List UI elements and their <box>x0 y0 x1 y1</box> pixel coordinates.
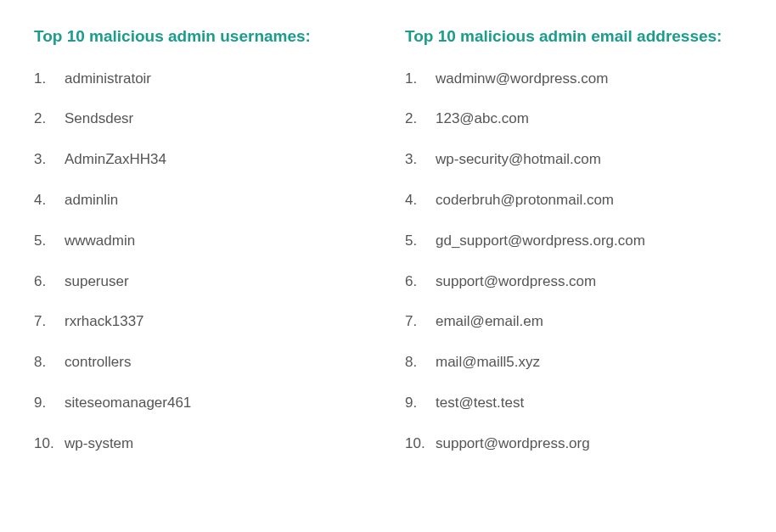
list-item-text: AdminZaxHH34 <box>59 149 166 170</box>
usernames-column: Top 10 malicious admin usernames: admini… <box>34 25 371 474</box>
list-item-text: coderbruh@protonmail.com <box>430 190 614 210</box>
list-item-text: wp-security@hotmail.com <box>430 149 601 170</box>
list-item: support@wordpress.com <box>405 272 742 292</box>
list-item: siteseomanager461 <box>34 393 371 413</box>
usernames-list: administratoir Sendsdesr AdminZaxHH34 ad… <box>34 69 371 454</box>
emails-heading: Top 10 malicious admin email addresses: <box>405 25 742 48</box>
emails-list: wadminw@wordpress.com 123@abc.com wp-sec… <box>405 69 742 454</box>
list-item: email@email.em <box>405 311 742 332</box>
list-item: gd_support@wordpress.org.com <box>405 231 742 251</box>
list-item: adminlin <box>34 190 371 210</box>
list-item: wp-security@hotmail.com <box>405 149 742 170</box>
list-item-text: adminlin <box>59 190 118 210</box>
list-item-text: email@email.em <box>430 311 543 332</box>
list-item: AdminZaxHH34 <box>34 149 371 170</box>
list-item-text: controllers <box>59 352 131 372</box>
list-item-text: support@wordpress.org <box>430 434 590 454</box>
list-item-text: Sendsdesr <box>59 109 133 129</box>
usernames-heading: Top 10 malicious admin usernames: <box>34 25 371 48</box>
list-item: support@wordpress.org <box>405 434 742 454</box>
list-item-text: test@test.test <box>430 393 524 413</box>
list-item-text: 123@abc.com <box>430 109 529 129</box>
list-item: coderbruh@protonmail.com <box>405 190 742 210</box>
list-item-text: gd_support@wordpress.org.com <box>430 231 645 251</box>
list-item: controllers <box>34 352 371 372</box>
list-item: wp-system <box>34 434 371 454</box>
list-item: 123@abc.com <box>405 109 742 129</box>
list-item-text: siteseomanager461 <box>59 393 191 413</box>
list-item-text: superuser <box>59 272 129 292</box>
list-item-text: wwwadmin <box>59 231 135 251</box>
list-item: administratoir <box>34 69 371 89</box>
emails-column: Top 10 malicious admin email addresses: … <box>405 25 742 474</box>
list-item-text: administratoir <box>59 69 151 89</box>
list-item-text: wp-system <box>59 434 133 454</box>
list-item: mail@maill5.xyz <box>405 352 742 372</box>
list-item: Sendsdesr <box>34 109 371 129</box>
list-item: test@test.test <box>405 393 742 413</box>
two-column-list-container: Top 10 malicious admin usernames: admini… <box>34 25 742 474</box>
list-item: superuser <box>34 272 371 292</box>
list-item-text: support@wordpress.com <box>430 272 596 292</box>
list-item-text: wadminw@wordpress.com <box>430 69 608 89</box>
list-item-text: rxrhack1337 <box>59 311 144 332</box>
list-item: wadminw@wordpress.com <box>405 69 742 89</box>
list-item: wwwadmin <box>34 231 371 251</box>
list-item-text: mail@maill5.xyz <box>430 352 540 372</box>
list-item: rxrhack1337 <box>34 311 371 332</box>
